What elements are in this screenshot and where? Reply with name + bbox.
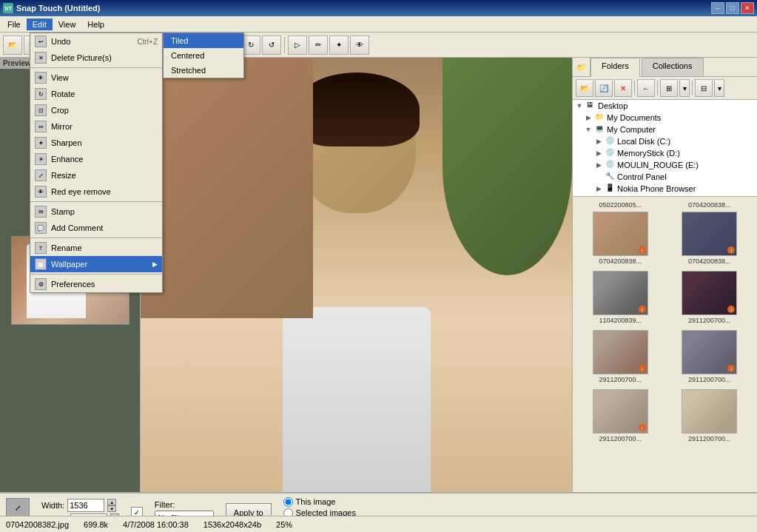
rt-delete[interactable]: ✕: [614, 79, 632, 97]
wallpaper-stretched[interactable]: Stretched: [164, 63, 243, 78]
menu-redeye[interactable]: 👁 Red eye remove: [30, 183, 162, 200]
rt-refresh[interactable]: 🔄: [595, 79, 613, 97]
tree-label-mydocs: My Documents: [607, 113, 661, 122]
thumbnail-7[interactable]: i 2911200700...: [579, 389, 662, 442]
menu-help[interactable]: Help: [81, 18, 110, 30]
tree-expand-moulin[interactable]: ▶: [593, 160, 604, 170]
thumbnail-6[interactable]: i 2911200700...: [668, 330, 752, 383]
menu-view[interactable]: 👁 View: [30, 70, 162, 86]
folders-icon: 📁: [576, 63, 587, 73]
tree-expand-nokia[interactable]: ▶: [593, 183, 604, 194]
menu-wallpaper[interactable]: ▦ Wallpaper ▶: [30, 256, 162, 272]
tree-mycomputer[interactable]: ▼ 💻 My Computer: [573, 124, 757, 135]
desktop-icon: 🖥: [586, 101, 596, 111]
rotate-icon: ↻: [35, 88, 47, 100]
thumb-badge-6: i: [727, 365, 735, 372]
rt-view2[interactable]: ⊟: [695, 79, 713, 97]
thumb-badge-2: i: [727, 246, 735, 254]
tree-controlpanel[interactable]: 🔧 Control Panel: [573, 171, 757, 183]
tree-localc[interactable]: ▶ 💿 Local Disk (C:): [573, 135, 757, 147]
minimize-button[interactable]: –: [711, 2, 724, 14]
tree-desktop[interactable]: ▼ 🖥 Desktop: [573, 100, 757, 112]
thumb-label-5: 2911200700...: [599, 376, 642, 383]
tree-memorystick[interactable]: ▶ 💿 MemoryStick (D:): [573, 147, 757, 159]
rt-open[interactable]: 📂: [576, 79, 593, 97]
tree-expand-desktop[interactable]: ▼: [574, 101, 585, 111]
tree-expand-memorystick[interactable]: ▶: [593, 148, 604, 158]
wallpaper-arrow: ▶: [152, 260, 158, 268]
rt-view-grid[interactable]: ⊞: [660, 79, 678, 97]
menu-stamp[interactable]: ✉ Stamp: [30, 203, 162, 220]
thumbnail-8[interactable]: 2911200700...: [668, 389, 752, 442]
thumbnail-3[interactable]: i 1104200839...: [579, 271, 662, 324]
menu-delete-picture[interactable]: ✕ Delete Picture(s): [30, 50, 162, 66]
tree-nokia[interactable]: ▶ 📱 Nokia Phone Browser: [573, 183, 757, 195]
tab-collections[interactable]: Collections: [642, 58, 704, 76]
menu-crop[interactable]: ⊡ Crop: [30, 102, 162, 118]
tree-moulin[interactable]: ▶ 💿 MOULIN_ROUGE (E:): [573, 159, 757, 171]
titlebar-left: ST Snap Touch (Untitled): [3, 3, 100, 13]
nokia-icon: 📱: [605, 183, 616, 194]
menu-add-comment[interactable]: 💬 Add Comment: [30, 220, 162, 236]
wallpaper-centered[interactable]: Centered: [164, 48, 243, 63]
folder-tree: ▼ 🖥 Desktop ▶ 📁 My Documents ▼ 💻 My Comp…: [573, 100, 757, 196]
menu-rename[interactable]: T Rename: [30, 240, 162, 256]
rt-view-dropdown[interactable]: ▾: [679, 79, 690, 97]
tab-folders[interactable]: Folders: [591, 58, 640, 77]
thumb-img-4: i: [682, 271, 737, 315]
thumb-label-2: 0704200838...: [688, 257, 731, 265]
thumb-date-1: 0502200805...: [577, 201, 664, 209]
thumbnail-4[interactable]: i 2911200700...: [668, 271, 752, 324]
menu-mirror[interactable]: ⇔ Mirror: [30, 118, 162, 135]
menu-rotate[interactable]: ↻ Rotate: [30, 86, 162, 102]
thumb-img-6: i: [682, 330, 737, 374]
thumbnail-area: 0502200805... 0704200838... i 0704200838…: [573, 196, 757, 492]
wallpaper-tiled[interactable]: Tiled: [164, 33, 243, 48]
titlebar: ST Snap Touch (Untitled) – □ ✕: [0, 0, 757, 16]
image-area: [141, 58, 572, 492]
tree-label-moulin: MOULIN_ROUGE (E:): [617, 161, 699, 169]
menu-preferences[interactable]: ⚙ Preferences: [30, 276, 162, 292]
moulin-icon: 💿: [605, 160, 616, 170]
crop-icon: ⊡: [35, 104, 47, 116]
menu-enhance[interactable]: ☀ Enhance: [30, 151, 162, 167]
menu-view[interactable]: View: [53, 18, 82, 30]
thumbnail-2[interactable]: i 0704200838...: [668, 212, 752, 265]
width-input[interactable]: [67, 499, 104, 512]
menu-sharpen[interactable]: ✦ Sharpen: [30, 135, 162, 151]
right-panel: 📁 Folders Collections 📂 🔄 ✕ ← ⊞ ▾ ⊟ ▾ ▼ …: [572, 58, 757, 492]
maximize-button[interactable]: □: [726, 2, 739, 14]
rt-view2-dropdown[interactable]: ▾: [714, 79, 724, 97]
thumb-img-5: i: [593, 330, 648, 374]
radio-this-image[interactable]: [283, 497, 293, 507]
tree-expand-mydocs[interactable]: ▶: [583, 112, 593, 123]
folders-icon-btn[interactable]: 📁: [573, 58, 591, 77]
toolbar-slideshow[interactable]: ▷: [288, 36, 307, 55]
mydocs-icon: 📁: [595, 112, 605, 123]
toolbar-edit2[interactable]: ✦: [329, 36, 349, 55]
menu-undo[interactable]: ↩ Undo Ctrl+Z: [30, 33, 162, 50]
tree-expand-mycomputer[interactable]: ▼: [583, 124, 593, 135]
menu-edit[interactable]: Edit: [27, 18, 53, 30]
menu-resize[interactable]: ⤢ Resize: [30, 167, 162, 183]
tree-mydocs[interactable]: ▶ 📁 My Documents: [573, 112, 757, 124]
tree-expand-localc[interactable]: ▶: [593, 136, 604, 147]
rt-back[interactable]: ←: [637, 79, 655, 97]
width-up[interactable]: ▲: [107, 499, 116, 505]
toolbar-edit1[interactable]: ✏: [309, 36, 328, 55]
controlpanel-icon: 🔧: [605, 172, 616, 182]
width-spinner[interactable]: ▲ ▼: [107, 499, 116, 512]
toolbar-open[interactable]: 📂: [3, 36, 22, 55]
toolbar-edit3[interactable]: 👁: [350, 36, 369, 55]
undo-icon: ↩: [35, 36, 47, 47]
thumbnail-1[interactable]: i 0704200838...: [579, 212, 662, 265]
width-down[interactable]: ▼: [107, 505, 116, 512]
titlebar-controls[interactable]: – □ ✕: [711, 2, 754, 14]
tree-label-memorystick: MemoryStick (D:): [617, 149, 680, 158]
toolbar-rotate-ccw[interactable]: ↺: [262, 36, 281, 55]
close-button[interactable]: ✕: [741, 2, 754, 14]
right-toolbar: 📂 🔄 ✕ ← ⊞ ▾ ⊟ ▾: [573, 77, 757, 100]
menu-file[interactable]: File: [1, 18, 27, 30]
thumbnail-5[interactable]: i 2911200700...: [579, 330, 662, 383]
rt-sep3: [692, 81, 693, 95]
